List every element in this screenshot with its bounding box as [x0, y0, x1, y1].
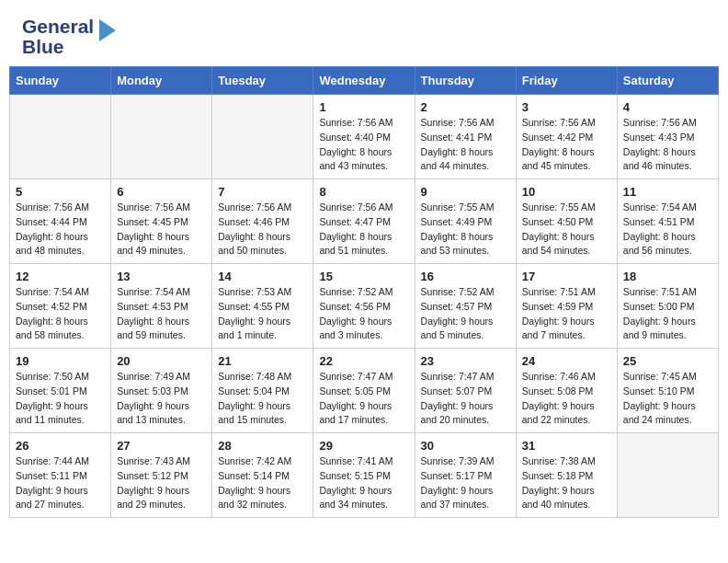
day-info: Sunrise: 7:45 AM Sunset: 5:10 PM Dayligh… — [623, 370, 712, 428]
calendar-cell: 12Sunrise: 7:54 AM Sunset: 4:52 PM Dayli… — [10, 264, 111, 349]
header-day-saturday: Saturday — [617, 67, 718, 95]
day-number: 2 — [421, 100, 510, 114]
day-info: Sunrise: 7:50 AM Sunset: 5:01 PM Dayligh… — [16, 370, 105, 428]
calendar-cell: 9Sunrise: 7:55 AM Sunset: 4:49 PM Daylig… — [415, 179, 516, 264]
day-number: 12 — [16, 270, 105, 283]
day-number: 19 — [16, 354, 105, 368]
day-number: 17 — [522, 270, 611, 283]
calendar-cell: 5Sunrise: 7:56 AM Sunset: 4:44 PM Daylig… — [10, 179, 111, 264]
header-row: SundayMondayTuesdayWednesdayThursdayFrid… — [10, 67, 719, 95]
day-number: 28 — [218, 439, 307, 453]
day-info: Sunrise: 7:51 AM Sunset: 5:00 PM Dayligh… — [623, 285, 712, 343]
calendar-cell — [111, 95, 212, 179]
header-day-wednesday: Wednesday — [313, 67, 415, 95]
svg-marker-0 — [99, 19, 116, 41]
calendar-cell: 3Sunrise: 7:56 AM Sunset: 4:42 PM Daylig… — [516, 95, 617, 179]
calendar-cell: 18Sunrise: 7:51 AM Sunset: 5:00 PM Dayli… — [617, 264, 718, 349]
day-number: 29 — [319, 439, 408, 453]
day-number: 3 — [522, 100, 611, 114]
day-info: Sunrise: 7:38 AM Sunset: 5:18 PM Dayligh… — [522, 454, 611, 512]
calendar-cell: 25Sunrise: 7:45 AM Sunset: 5:10 PM Dayli… — [617, 349, 718, 433]
calendar-cell: 8Sunrise: 7:56 AM Sunset: 4:47 PM Daylig… — [313, 179, 415, 264]
week-row-1: 1Sunrise: 7:56 AM Sunset: 4:40 PM Daylig… — [10, 95, 719, 179]
logo-triangle-icon — [97, 17, 118, 47]
week-row-4: 19Sunrise: 7:50 AM Sunset: 5:01 PM Dayli… — [10, 349, 719, 433]
day-number: 30 — [421, 439, 510, 453]
week-row-5: 26Sunrise: 7:44 AM Sunset: 5:11 PM Dayli… — [10, 433, 719, 518]
day-info: Sunrise: 7:56 AM Sunset: 4:47 PM Dayligh… — [319, 201, 408, 259]
day-info: Sunrise: 7:51 AM Sunset: 4:59 PM Dayligh… — [522, 285, 611, 343]
day-number: 16 — [421, 270, 510, 283]
calendar-wrapper: SundayMondayTuesdayWednesdayThursdayFrid… — [0, 66, 728, 531]
day-number: 11 — [623, 185, 712, 199]
calendar-cell: 14Sunrise: 7:53 AM Sunset: 4:55 PM Dayli… — [212, 264, 313, 349]
day-number: 1 — [319, 100, 408, 114]
header-day-friday: Friday — [516, 67, 617, 95]
header: General Blue — [0, 0, 728, 66]
day-info: Sunrise: 7:43 AM Sunset: 5:12 PM Dayligh… — [117, 454, 206, 512]
calendar-cell: 4Sunrise: 7:56 AM Sunset: 4:43 PM Daylig… — [617, 95, 718, 179]
day-number: 13 — [117, 270, 206, 283]
day-info: Sunrise: 7:41 AM Sunset: 5:15 PM Dayligh… — [319, 454, 408, 512]
logo-text-general: General — [22, 17, 94, 37]
calendar-cell: 17Sunrise: 7:51 AM Sunset: 4:59 PM Dayli… — [516, 264, 617, 349]
day-number: 4 — [623, 100, 712, 114]
calendar-cell: 27Sunrise: 7:43 AM Sunset: 5:12 PM Dayli… — [111, 433, 212, 518]
day-info: Sunrise: 7:42 AM Sunset: 5:14 PM Dayligh… — [218, 454, 307, 512]
day-info: Sunrise: 7:48 AM Sunset: 5:04 PM Dayligh… — [218, 370, 307, 428]
logo-text-blue: Blue — [22, 37, 94, 57]
header-day-tuesday: Tuesday — [212, 67, 313, 95]
day-number: 15 — [319, 270, 408, 283]
day-info: Sunrise: 7:39 AM Sunset: 5:17 PM Dayligh… — [421, 454, 510, 512]
day-info: Sunrise: 7:56 AM Sunset: 4:41 PM Dayligh… — [421, 116, 510, 174]
header-day-monday: Monday — [111, 67, 212, 95]
day-info: Sunrise: 7:49 AM Sunset: 5:03 PM Dayligh… — [117, 370, 206, 428]
day-info: Sunrise: 7:52 AM Sunset: 4:56 PM Dayligh… — [319, 285, 408, 343]
calendar-cell: 21Sunrise: 7:48 AM Sunset: 5:04 PM Dayli… — [212, 349, 313, 433]
week-row-2: 5Sunrise: 7:56 AM Sunset: 4:44 PM Daylig… — [10, 179, 719, 264]
day-info: Sunrise: 7:54 AM Sunset: 4:51 PM Dayligh… — [623, 201, 712, 259]
calendar-cell: 13Sunrise: 7:54 AM Sunset: 4:53 PM Dayli… — [111, 264, 212, 349]
calendar-cell — [617, 433, 718, 518]
calendar-cell: 20Sunrise: 7:49 AM Sunset: 5:03 PM Dayli… — [111, 349, 212, 433]
day-number: 8 — [319, 185, 408, 199]
calendar-cell: 28Sunrise: 7:42 AM Sunset: 5:14 PM Dayli… — [212, 433, 313, 518]
day-number: 14 — [218, 270, 307, 283]
calendar-cell: 7Sunrise: 7:56 AM Sunset: 4:46 PM Daylig… — [212, 179, 313, 264]
calendar-cell: 26Sunrise: 7:44 AM Sunset: 5:11 PM Dayli… — [10, 433, 111, 518]
calendar-cell: 1Sunrise: 7:56 AM Sunset: 4:40 PM Daylig… — [313, 95, 415, 179]
day-info: Sunrise: 7:56 AM Sunset: 4:45 PM Dayligh… — [117, 201, 206, 259]
day-number: 9 — [421, 185, 510, 199]
logo: General Blue — [22, 17, 118, 57]
day-number: 23 — [421, 354, 510, 368]
page: General Blue SundayMondayTuesdayWednesda… — [0, 0, 728, 531]
day-info: Sunrise: 7:44 AM Sunset: 5:11 PM Dayligh… — [16, 454, 105, 512]
calendar-cell — [212, 95, 313, 179]
header-day-thursday: Thursday — [415, 67, 516, 95]
day-info: Sunrise: 7:55 AM Sunset: 4:49 PM Dayligh… — [421, 201, 510, 259]
header-day-sunday: Sunday — [10, 67, 111, 95]
day-number: 26 — [16, 439, 105, 453]
calendar-cell: 10Sunrise: 7:55 AM Sunset: 4:50 PM Dayli… — [516, 179, 617, 264]
calendar-cell: 16Sunrise: 7:52 AM Sunset: 4:57 PM Dayli… — [415, 264, 516, 349]
day-info: Sunrise: 7:53 AM Sunset: 4:55 PM Dayligh… — [218, 285, 307, 343]
day-number: 18 — [623, 270, 712, 283]
day-info: Sunrise: 7:47 AM Sunset: 5:07 PM Dayligh… — [421, 370, 510, 428]
day-info: Sunrise: 7:54 AM Sunset: 4:53 PM Dayligh… — [117, 285, 206, 343]
calendar-cell: 11Sunrise: 7:54 AM Sunset: 4:51 PM Dayli… — [617, 179, 718, 264]
calendar-cell: 31Sunrise: 7:38 AM Sunset: 5:18 PM Dayli… — [516, 433, 617, 518]
calendar-cell — [10, 95, 111, 179]
day-number: 20 — [117, 354, 206, 368]
logo-area: General Blue — [22, 17, 118, 57]
day-number: 22 — [319, 354, 408, 368]
calendar-cell: 30Sunrise: 7:39 AM Sunset: 5:17 PM Dayli… — [415, 433, 516, 518]
day-info: Sunrise: 7:52 AM Sunset: 4:57 PM Dayligh… — [421, 285, 510, 343]
calendar-cell: 24Sunrise: 7:46 AM Sunset: 5:08 PM Dayli… — [516, 349, 617, 433]
calendar-cell: 2Sunrise: 7:56 AM Sunset: 4:41 PM Daylig… — [415, 95, 516, 179]
calendar-cell: 6Sunrise: 7:56 AM Sunset: 4:45 PM Daylig… — [111, 179, 212, 264]
day-number: 10 — [522, 185, 611, 199]
day-info: Sunrise: 7:54 AM Sunset: 4:52 PM Dayligh… — [16, 285, 105, 343]
day-number: 31 — [522, 439, 611, 453]
day-number: 24 — [522, 354, 611, 368]
day-number: 5 — [16, 185, 105, 199]
